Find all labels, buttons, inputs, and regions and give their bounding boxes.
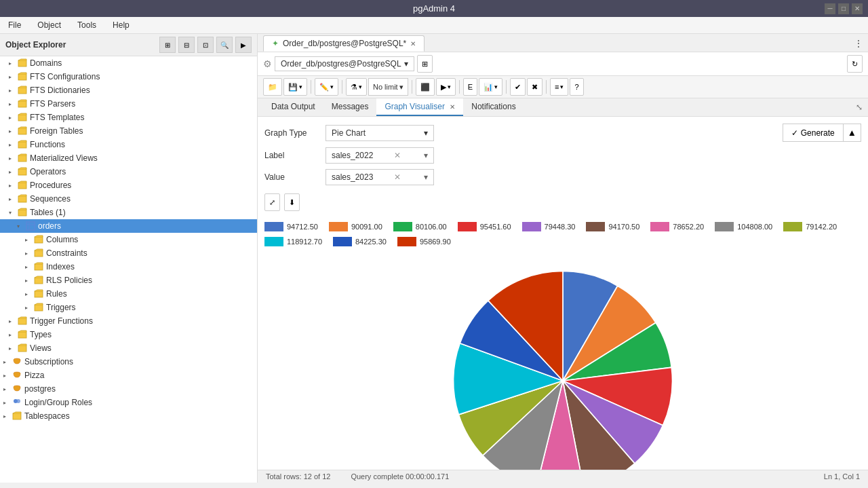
tab-expand-icon[interactable]: ⤡ <box>856 102 863 112</box>
label-select[interactable]: sales_2022 ✕ ▾ <box>326 147 434 164</box>
tree-icon-table <box>25 221 36 231</box>
db-select-button[interactable]: Order_db/postgres@PostgreSQL ▾ <box>275 56 414 71</box>
value-arrow-icon[interactable]: ▾ <box>424 172 428 182</box>
db-manage-button[interactable]: ⊞ <box>417 55 433 73</box>
svg-rect-4 <box>18 115 26 121</box>
tree-item-subscriptions[interactable]: ▸Subscriptions <box>0 355 257 369</box>
sidebar-grid3-icon[interactable]: ⊟ <box>178 37 195 53</box>
legend-value: 95451.60 <box>480 223 511 231</box>
tree-arrow-icon: ▸ <box>5 74 15 80</box>
tree-icon-folder <box>17 193 28 204</box>
open-file-button[interactable]: 📁 <box>263 78 282 96</box>
main-tab-query[interactable]: ✦ Order_db/postgres@PostgreSQL* ✕ <box>263 35 425 52</box>
tab-graph-visualiser[interactable]: Graph Visualiser ✕ <box>376 98 463 116</box>
tree-label: Views <box>30 343 52 353</box>
tab-messages[interactable]: Messages <box>323 98 377 116</box>
tab-data-output[interactable]: Data Output <box>263 98 323 116</box>
tree-item-foreign-tables[interactable]: ▸Foreign Tables <box>0 124 257 138</box>
graph-type-select[interactable]: Pie Chart ▾ <box>326 125 434 141</box>
macros-button[interactable]: ≡ ▾ <box>550 78 568 96</box>
stop-button[interactable]: ⬛ <box>416 78 435 96</box>
tree-item-types[interactable]: ▸Types <box>0 328 257 341</box>
tree-item-fts-dictionaries[interactable]: ▸FTS Dictionaries <box>0 83 257 97</box>
tree-arrow-icon: ▸ <box>5 345 15 352</box>
tree-arrow-icon: ▸ <box>5 101 15 107</box>
toolbar-sep4 <box>459 80 460 94</box>
tree-item-operators[interactable]: ▸Operators <box>0 165 257 179</box>
tab-close-icon[interactable]: ✕ <box>410 40 416 48</box>
legend-item: 79142.20 <box>783 222 837 231</box>
rollback-button[interactable]: ✖ <box>527 78 542 96</box>
value-clear-icon[interactable]: ✕ <box>394 172 401 182</box>
tree-item-functions[interactable]: ▸Functions <box>0 138 257 151</box>
menu-tools[interactable]: Tools <box>75 19 99 31</box>
label-arrow-icon[interactable]: ▾ <box>424 151 428 160</box>
run-button[interactable]: ▶ ▾ <box>436 78 456 96</box>
graph-tab-close-icon[interactable]: ✕ <box>450 103 455 111</box>
reload-button[interactable]: ↻ <box>847 55 863 73</box>
svg-rect-9 <box>18 183 26 189</box>
tree-item-fts-parsers[interactable]: ▸FTS Parsers <box>0 97 257 111</box>
maximize-button[interactable]: □ <box>838 3 849 14</box>
legend-value: 79142.20 <box>806 223 837 231</box>
tree-item-tablespaces[interactable]: ▸Tablespaces <box>0 409 257 423</box>
tree-item-constraints[interactable]: ▸Constraints <box>0 246 257 260</box>
legend-item: 78652.20 <box>650 222 704 231</box>
tree-icon-folder <box>17 139 28 150</box>
chart-fullscreen-button[interactable]: ⤢ <box>264 193 280 211</box>
legend-color-box <box>715 222 734 231</box>
commit-button[interactable]: ✔ <box>510 78 526 96</box>
tree-item-columns[interactable]: ▸Columns <box>0 233 257 246</box>
tree-item-postgres[interactable]: ▸postgres <box>0 382 257 396</box>
tree-item-trigger-functions[interactable]: ▸Trigger Functions <box>0 314 257 328</box>
save-button[interactable]: 💾 ▾ <box>283 78 307 96</box>
tree-label: Tables (1) <box>30 208 66 217</box>
tree-item-fts-templates[interactable]: ▸FTS Templates <box>0 111 257 124</box>
legend-item: 80106.00 <box>393 222 447 231</box>
chart-download-button[interactable]: ⬇ <box>284 193 300 211</box>
generate-button[interactable]: ✓ Generate <box>783 124 844 142</box>
svg-rect-6 <box>18 142 26 148</box>
graph-type-value: Pie Chart <box>332 128 366 138</box>
value-select[interactable]: sales_2023 ✕ ▾ <box>326 169 434 185</box>
tree-item-fts-configurations[interactable]: ▸FTS Configurations <box>0 70 257 83</box>
filter-button[interactable]: ⚗ ▾ <box>346 78 367 96</box>
minimize-button[interactable]: ─ <box>825 3 835 14</box>
tree-item-orders[interactable]: ▾orders <box>0 219 257 233</box>
tree-item-tables--1-[interactable]: ▾Tables (1) <box>0 206 257 219</box>
close-button[interactable]: ✕ <box>852 3 863 14</box>
tree-label: Triggers <box>46 303 76 312</box>
sidebar-properties-icon[interactable]: ⊡ <box>197 37 214 53</box>
tree-item-login-group-roles[interactable]: ▸Login/Group Roles <box>0 396 257 409</box>
tree-arrow-icon: ▾ <box>14 223 23 229</box>
tree-item-rules[interactable]: ▸Rules <box>0 287 257 301</box>
menu-object[interactable]: Object <box>35 19 64 31</box>
tree-item-sequences[interactable]: ▸Sequences <box>0 192 257 206</box>
tree-item-procedures[interactable]: ▸Procedures <box>0 179 257 192</box>
sidebar-search-icon[interactable]: 🔍 <box>216 37 233 53</box>
tab-more-icon[interactable]: ⋮ <box>854 39 863 48</box>
tree-item-materialized-views[interactable]: ▸Materialized Views <box>0 151 257 165</box>
edit-button[interactable]: ✏️ ▾ <box>315 78 338 96</box>
help-button[interactable]: ? <box>570 78 583 96</box>
sidebar-grid2-icon[interactable]: ⊞ <box>159 37 176 53</box>
tree-item-views[interactable]: ▸Views <box>0 341 257 355</box>
limit-dropdown[interactable]: No limit ▾ <box>368 78 408 96</box>
svg-rect-21 <box>18 318 26 324</box>
tab-notifications[interactable]: Notifications <box>463 98 524 116</box>
graph-type-arrow: ▾ <box>424 128 428 138</box>
tree-item-indexes[interactable]: ▸Indexes <box>0 260 257 274</box>
sidebar-terminal-icon[interactable]: ▶ <box>235 37 252 53</box>
tree-icon-folder <box>17 207 28 218</box>
tree-item-rls-policies[interactable]: ▸RLS Policies <box>0 274 257 287</box>
explain-analyze-button[interactable]: 📊 ▾ <box>479 78 502 96</box>
generate-dropdown-button[interactable]: ▲ <box>844 124 861 142</box>
explain-button[interactable]: E <box>463 78 477 96</box>
tree-item-domains[interactable]: ▸Domains <box>0 56 257 70</box>
tree-item-triggers[interactable]: ▸Triggers <box>0 301 257 314</box>
tree-item-pizza[interactable]: ▸Pizza <box>0 369 257 382</box>
tree-label: FTS Parsers <box>30 99 75 109</box>
menu-help[interactable]: Help <box>110 19 132 31</box>
menu-file[interactable]: File <box>5 19 24 31</box>
label-clear-icon[interactable]: ✕ <box>394 151 401 160</box>
